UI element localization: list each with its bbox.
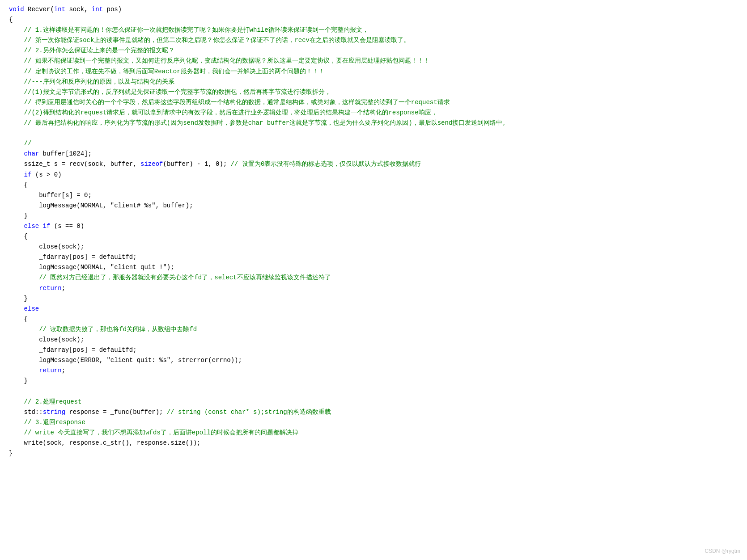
code-token: else if (24, 223, 51, 230)
code-token: (s == 0) (50, 223, 84, 230)
code-token: //---序列化和反序列化的原因，以及与结构化的关系 (9, 78, 174, 85)
code-line: // 2.另外你怎么保证读上来的是一个完整的报文呢？ (9, 46, 738, 56)
code-token: int (92, 6, 103, 13)
code-token: void (9, 6, 24, 13)
code-token: Recver( (24, 6, 54, 13)
code-line: if (s > 0) (9, 170, 738, 180)
code-token: // 最后再把结构化的响应，序列化为字节流的形式(因为send发数据时，参数是c… (9, 119, 509, 126)
code-line (9, 128, 738, 139)
code-line: void Recver(int sock, int pos) (9, 4, 738, 15)
code-token: logMessage(ERROR, "client quit: %s", str… (9, 357, 242, 364)
code-line: close(sock); (9, 242, 738, 252)
code-token: return (39, 285, 61, 292)
code-line: std::string response = _func(buffer); //… (9, 407, 738, 417)
code-token: (s > 0) (31, 171, 61, 178)
code-line: // 如果不能保证读到一个完整的报文，又如何进行反序列化呢，变成结构化的数据呢？… (9, 56, 738, 66)
watermark: CSDN @rygtm (705, 547, 740, 556)
code-line: else (9, 304, 738, 314)
code-token: buffer[s] = 0; (9, 192, 92, 199)
code-token: _fdarray[pos] = defaultfd; (9, 346, 137, 354)
code-line: { (9, 180, 738, 190)
code-line: { (9, 314, 738, 324)
code-token: response = _func(buffer); (65, 408, 167, 416)
code-line: write(sock, response.c_str(), response.s… (9, 438, 738, 448)
code-token: // 1.这样读取是有问题的！你怎么保证你一次就把数据读完了呢？如果你要是打wh… (9, 26, 369, 34)
code-token: // 得到应用层通信时关心的一个个字段，然后将这些字段再组织成一个结构化的数据，… (9, 99, 450, 106)
code-token: } (9, 450, 13, 457)
code-line: { (9, 15, 738, 25)
code-token: buffer[1024]; (39, 150, 92, 157)
code-token (9, 419, 24, 426)
code-token: sock, (65, 6, 92, 13)
code-token: write(sock, response.c_str(), response.s… (9, 439, 200, 446)
code-line: } (9, 294, 738, 304)
code-token (9, 171, 24, 178)
code-token (9, 305, 24, 312)
code-line: return; (9, 366, 738, 376)
code-line: buffer[s] = 0; (9, 190, 738, 201)
code-token: logMessage(NORMAL, "client quit !"); (9, 264, 174, 271)
code-line: // 3.返回response (9, 417, 738, 428)
code-token: { (9, 16, 13, 23)
code-token: ssize_t s = recv(sock, buffer, (9, 160, 140, 168)
code-token: // 2.处理request (24, 398, 82, 405)
code-token (9, 326, 39, 333)
code-line: } (9, 211, 738, 221)
code-token: // 如果不能保证读到一个完整的报文，又如何进行反序列化呢，变成结构化的数据呢？… (9, 57, 430, 64)
code-token: close(sock); (9, 243, 84, 250)
code-token: { (9, 181, 28, 189)
code-token: (buffer) - 1, 0); (163, 160, 230, 168)
code-token: else (24, 305, 39, 312)
code-token (9, 367, 39, 374)
code-line: return; (9, 283, 738, 294)
code-token (9, 285, 39, 292)
code-line: // 定制协议的工作，现在先不做，等到后面写Reactor服务器时，我们会一并解… (9, 67, 738, 77)
code-line (9, 386, 738, 396)
code-token (9, 223, 24, 230)
code-line: //---序列化和反序列化的原因，以及与结构化的关系 (9, 77, 738, 87)
code-token: // 既然对方已经退出了，那服务器就没有必要关心这个fd了，select不应该再… (39, 274, 331, 281)
code-token: // 定制协议的工作，现在先不做，等到后面写Reactor服务器时，我们会一并解… (9, 68, 325, 75)
code-line: //(2)得到结构化的request请求后，就可以拿到请求中的有效字段，然后在进… (9, 108, 738, 118)
code-token: if (24, 171, 32, 178)
code-token: int (54, 6, 65, 13)
code-token: ; (62, 367, 65, 374)
code-line: ssize_t s = recv(sock, buffer, sizeof(bu… (9, 159, 738, 169)
code-line: } (9, 376, 738, 386)
code-line: //(1)报文是字节流形式的，反序列就是先保证读取一个完整字节流的数据包，然后再… (9, 87, 738, 97)
code-line: // 得到应用层通信时关心的一个个字段，然后将这些字段再组织成一个结构化的数据，… (9, 97, 738, 108)
code-token: _fdarray[pos] = defaultfd; (9, 253, 137, 261)
code-token: pos) (103, 6, 122, 13)
code-token: sizeof (140, 160, 163, 168)
code-token: //(2)得到结构化的request请求后，就可以拿到请求中的有效字段，然后在进… (9, 109, 437, 116)
code-line: // 第一次你能保证sock上的读事件是就绪的，但第二次和之后呢？你怎么保证？保… (9, 35, 738, 46)
code-token (9, 150, 24, 157)
code-token: // 读取数据失败了，那也将fd关闭掉，从数组中去除fd (39, 326, 197, 333)
code-block: void Recver(int sock, int pos){ // 1.这样读… (9, 4, 738, 459)
code-token: char (24, 150, 39, 157)
code-token (9, 429, 24, 436)
code-token: logMessage(NORMAL, "client# %s", buffer)… (9, 202, 193, 209)
code-line: _fdarray[pos] = defaultfd; (9, 252, 738, 262)
code-token: ; (62, 285, 65, 292)
code-token: } (9, 212, 28, 219)
code-line: close(sock); (9, 335, 738, 345)
code-token: } (9, 295, 28, 302)
code-token: } (9, 377, 28, 384)
code-token (9, 398, 24, 405)
code-token: // 设置为0表示没有特殊的标志选项，仅仅以默认方式接收数据就行 (231, 160, 421, 168)
code-line: logMessage(NORMAL, "client quit !"); (9, 262, 738, 273)
code-editor: void Recver(int sock, int pos){ // 1.这样读… (0, 0, 747, 560)
code-token: //(1)报文是字节流形式的，反序列就是先保证读取一个完整字节流的数据包，然后再… (9, 88, 331, 96)
code-token: // 3.返回response (24, 419, 85, 426)
code-line: // 1.这样读取是有问题的！你怎么保证你一次就把数据读完了呢？如果你要是打wh… (9, 25, 738, 35)
code-token: // 2.另外你怎么保证读上来的是一个完整的报文呢？ (9, 47, 174, 54)
code-line: char buffer[1024]; (9, 149, 738, 159)
code-line: } (9, 448, 738, 459)
code-token: return (39, 367, 61, 374)
code-line: else if (s == 0) (9, 221, 738, 232)
code-token: // write 今天直接写了，我们不想再添加wfds了，后面讲epoll的时候… (24, 429, 298, 436)
code-line: // 既然对方已经退出了，那服务器就没有必要关心这个fd了，select不应该再… (9, 273, 738, 283)
code-line: // write 今天直接写了，我们不想再添加wfds了，后面讲epoll的时候… (9, 428, 738, 438)
code-line: { (9, 232, 738, 242)
